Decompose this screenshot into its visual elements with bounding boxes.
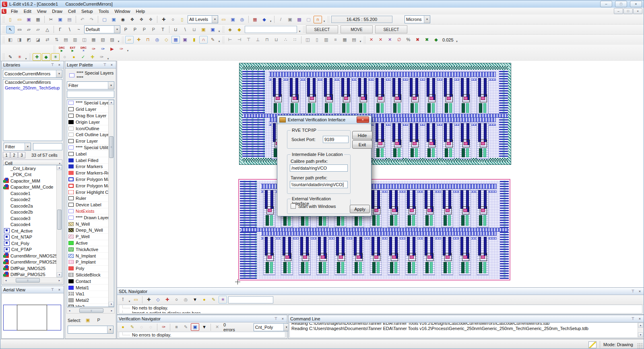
wire45-tool-icon[interactable]: ∖ [65,26,74,33]
check-net-icon[interactable]: ✓ [79,53,87,61]
net-setup-icon[interactable]: ✑ [97,53,106,61]
close-icon[interactable]: × [57,287,62,292]
coordinates-box[interactable]: 16.425 : 55.200 [331,16,392,23]
ext-setup-icon[interactable]: ✑ [99,45,107,53]
drc-run-icon[interactable]: DRC▶ [57,45,67,53]
close-icon[interactable]: × [57,62,62,67]
cell-row[interactable]: DiffPair_PMOS25 [3,272,56,278]
probe-tool-icon[interactable]: ✎ [6,53,14,61]
trace-net-icon[interactable]: ◇ [154,296,162,303]
find-icon[interactable]: ◉ [119,16,127,23]
units-combo[interactable]: Microns▾ [405,15,430,23]
cell-ops-icon[interactable]: ▣ [181,36,189,44]
cell-row[interactable]: CurrentMirror_PMOS25 [3,259,56,266]
layer-row[interactable]: Metal1 [67,285,108,291]
verif-pen-icon[interactable]: ✎ [128,323,136,331]
toolbar-drag-handle[interactable] [53,46,55,53]
layer-row[interactable]: Grid Layer [67,106,108,113]
polygon45-tool-icon[interactable]: ▱ [34,26,42,33]
menu-item-file[interactable]: File [8,8,21,15]
add-node-icon[interactable]: ✚ [88,53,97,61]
align-right-icon[interactable]: ⇅ [52,36,61,44]
cell-row[interactable]: Cascode2 [3,197,56,203]
menu-item-window[interactable]: Window [111,8,133,15]
cell-row[interactable]: DiffPair_NMOS25 [3,265,56,272]
toolbar-overflow-chevron-icon[interactable]: ▾ [106,54,110,60]
minimize-button[interactable]: – [600,1,612,7]
toolbar-overflow-chevron-icon[interactable]: ▾ [298,26,301,33]
toolbar-drag-handle[interactable] [122,36,124,44]
sdl-net-tree[interactable]: No nets to display.Import a netlist to d… [119,305,642,314]
layer-list-scrollbar[interactable]: ▴ ≡ ▾ [108,100,114,307]
cell-row[interactable]: Cascode4 [3,222,56,228]
find-next-icon[interactable]: ❖ [137,16,146,23]
select-port-icon[interactable]: P [95,316,103,324]
expand-icon[interactable]: ▼ [191,296,199,303]
library-item[interactable]: Generic_250nm_TechSetup [3,85,62,91]
flip-v-icon[interactable]: ◩ [25,36,33,44]
layer-row[interactable]: Error Polygon Mark [67,183,108,189]
cell-row[interactable]: Cascode2b [3,209,56,216]
toolbar-drag-handle[interactable] [29,53,31,60]
resize-grip[interactable] [637,343,643,349]
close-icon[interactable]: × [109,62,114,67]
scroll-down-icon[interactable]: ▾ [109,302,114,307]
verify-setup-icon[interactable]: ✑ [117,45,126,53]
cell-list-hscrollbar[interactable]: ◂ ≡ ▸ [3,277,62,283]
edit-inplace-icon[interactable]: ✎ [208,36,217,44]
polygon90-tool-icon[interactable]: ▱ [25,26,33,33]
save-view-icon[interactable]: ▣ [286,16,294,23]
layer-row[interactable]: Poly [67,266,108,272]
calibre-path-input[interactable]: /net/data/ringVCO [290,164,348,172]
node-highlight-icon[interactable]: ✚ [33,53,41,61]
text-tool-icon[interactable]: T [159,26,167,33]
mdi-restore-button[interactable]: □ [623,8,633,14]
layer-row[interactable]: NotExists [67,208,108,215]
spread-icon[interactable]: ∷ [291,36,299,44]
pin-icon[interactable]: ⊤ [50,62,55,67]
open-cell-icon[interactable]: ▭ [219,16,228,23]
scroll-left-icon[interactable]: ◂ [67,308,72,313]
close-button[interactable]: × [630,1,642,7]
library-tab-1[interactable]: 1 [3,152,10,158]
layer-row[interactable]: Device Label [67,202,108,208]
shrink-icon[interactable]: ⊓ [144,36,152,44]
aerial-viewport-rect[interactable] [17,305,47,330]
layer-row[interactable]: ThickActive [67,246,108,253]
cell-row[interactable]: Capacitor_MiM_Code [3,184,56,191]
error-list-icon[interactable]: ≡ [172,323,181,331]
library-item[interactable]: CascodeCurrentMirrors [3,79,62,85]
layer-row[interactable]: Error Markers-Red [67,170,108,177]
cell-row[interactable]: Cascode1 [3,190,56,197]
layer-row[interactable]: Ruler [67,195,108,202]
error-cell-combo[interactable]: Cnt_Poly▾ [254,323,290,331]
percent-snap-icon[interactable]: % [404,36,413,44]
drc-clear-icon[interactable]: DRC✕ [78,45,89,53]
cut-icon[interactable]: ✂ [47,16,55,23]
library-listbox[interactable]: CascodeCurrentMirrorsGeneric_250nm_TechS… [3,79,62,141]
scroll-left-icon[interactable]: ◂ [3,278,8,283]
layer-row[interactable]: P_Well [67,234,108,240]
zoom-to-net-icon[interactable]: ○ [172,296,181,303]
layer-row[interactable]: Active [67,240,108,247]
open-file-icon[interactable]: ▭ [15,16,24,23]
select-layer-icon[interactable]: ▣ [84,316,92,324]
zoom-tool-icon[interactable]: ○ [169,16,177,23]
stop-verification-icon[interactable]: ▶ [108,45,116,53]
pack-icon[interactable]: ∴ [281,36,290,44]
toolbar-drag-handle[interactable] [222,36,224,44]
socket-port-input[interactable]: 9189 [323,136,349,143]
layer-row[interactable]: Error Polygon Mark [67,177,108,183]
cell-row[interactable]: _PDK_Cnt [3,172,56,178]
nudge-left-icon[interactable]: ⊢ [226,36,234,44]
pin-icon[interactable]: ⊤ [630,316,636,321]
layer-filter-input[interactable] [67,91,114,98]
guide-icon[interactable]: ▯ [313,36,321,44]
close-icon[interactable]: × [637,289,642,294]
group-icon[interactable]: ◫ [80,36,89,44]
layout-canvas[interactable]: External Verification Interface × RVE TC… [117,61,644,287]
undo-icon[interactable]: ↶ [78,16,87,23]
layer-row[interactable]: P_Implant [67,259,108,266]
layer-row[interactable]: Icon/Outline [67,125,108,132]
select-mode2-button[interactable]: SELECT [375,25,407,33]
